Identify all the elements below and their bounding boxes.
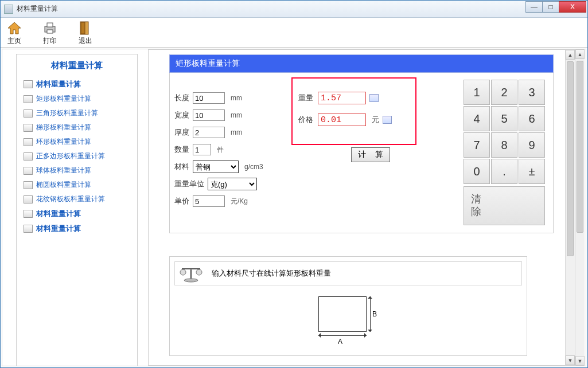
thickness-unit: mm — [231, 128, 242, 136]
svg-point-9 — [180, 269, 186, 275]
sidebar-item-7[interactable]: 椭圆板料重量计算 — [18, 178, 136, 192]
width-input[interactable] — [193, 109, 225, 121]
sidebar-item-5[interactable]: 正多边形板料重量计算 — [18, 149, 136, 163]
material-select[interactable]: 普钢 — [193, 160, 239, 173]
sidebar-item-4[interactable]: 环形板料重量计算 — [18, 135, 136, 149]
svg-rect-7 — [190, 269, 192, 279]
scroll-down-icon[interactable]: ▼ — [575, 356, 585, 366]
weight-unit-label: 重量单位 — [174, 179, 208, 189]
toolbar-exit[interactable]: 退出 — [77, 20, 94, 46]
price-result-label: 价格 — [298, 115, 318, 125]
keypad-3[interactable]: 3 — [519, 80, 545, 105]
keypad-6[interactable]: 6 — [519, 106, 545, 131]
keypad-5[interactable]: 5 — [491, 106, 517, 131]
sidebar-title: 材料重量计算 — [18, 58, 136, 77]
printer-icon — [42, 21, 58, 35]
material-label: 材料 — [174, 162, 193, 172]
copy-icon[interactable] — [383, 116, 392, 124]
svg-point-8 — [184, 279, 198, 282]
inner-scrollbar[interactable]: ▲ ▼ — [565, 50, 575, 365]
panel-title: 矩形板料重量计算 — [169, 54, 554, 73]
input-column: 长度mm 宽度mm 厚度mm 数量件 材料普钢g/cm3 重量单位克(g) 单价… — [174, 77, 289, 227]
doc-icon — [24, 109, 33, 118]
doc-icon — [24, 138, 33, 146]
unit-price-unit: 元/Kg — [231, 197, 248, 206]
weight-result-label: 重量 — [298, 93, 318, 103]
keypad-7[interactable]: 7 — [464, 132, 490, 158]
keypad-2[interactable]: 2 — [491, 80, 517, 105]
main-content-frame: 矩形板料重量计算 长度mm 宽度mm 厚度mm 数量件 材料普钢g/cm3 重量… — [148, 49, 575, 366]
doc-icon — [24, 195, 33, 203]
toolbar: 主页 打印 退出 — [1, 18, 587, 48]
doc-icon — [24, 80, 33, 88]
sidebar-item-2[interactable]: 三角形板料重量计算 — [18, 106, 136, 120]
weight-result-output: 1.57 — [318, 92, 366, 104]
hint-panel: 输入材料尺寸在线计算矩形板料重量 A B — [169, 256, 527, 356]
doc-icon — [24, 124, 33, 132]
qty-input[interactable] — [193, 144, 211, 155]
thickness-input[interactable] — [193, 127, 225, 138]
keypad-clear[interactable]: 清 除 — [464, 186, 545, 225]
keypad-dot[interactable]: . — [491, 159, 517, 184]
length-label: 长度 — [174, 93, 193, 103]
keypad-4[interactable]: 4 — [464, 106, 490, 131]
scroll-up-icon[interactable]: ▲ — [566, 50, 575, 60]
price-result-output: 0.01 — [318, 113, 366, 126]
result-box: 重量 1.57 价格 0.01 元 — [291, 77, 416, 145]
svg-rect-5 — [81, 22, 85, 34]
svg-marker-0 — [8, 22, 21, 34]
maximize-button[interactable]: □ — [542, 1, 559, 13]
sidebar: 材料重量计算 材料重量计算 矩形板料重量计算 三角形板料重量计算 梯形板料重量计… — [16, 54, 138, 366]
doc-icon — [24, 95, 33, 103]
window-title: 材料重量计算 — [17, 4, 58, 14]
home-icon — [6, 21, 22, 35]
calculate-button[interactable]: 计 算 — [351, 147, 390, 162]
doc-icon — [24, 152, 33, 160]
scroll-down-icon[interactable]: ▼ — [566, 355, 575, 365]
minimize-button[interactable]: — — [525, 1, 543, 13]
qty-label: 数量 — [174, 144, 193, 155]
sidebar-item-10[interactable]: 材料重量计算 — [18, 221, 136, 236]
exit-icon — [77, 21, 94, 35]
weight-unit-select[interactable]: 克(g) — [208, 178, 257, 190]
app-window: 材料重量计算 — □ X 主页 打印 退出 材料 — [0, 0, 588, 368]
doc-icon — [24, 167, 33, 175]
copy-icon[interactable] — [369, 94, 379, 102]
length-input[interactable] — [193, 92, 225, 104]
shape-diagram: A B — [312, 292, 384, 347]
keypad-0[interactable]: 0 — [464, 159, 490, 184]
content-area: 材料重量计算 材料重量计算 矩形板料重量计算 三角形板料重量计算 梯形板料重量计… — [2, 49, 586, 366]
sidebar-item-6[interactable]: 球体板料重量计算 — [18, 163, 136, 178]
unit-price-label: 单价 — [174, 196, 193, 206]
app-icon — [4, 5, 13, 14]
scroll-thumb[interactable] — [577, 61, 583, 233]
svg-rect-3 — [47, 30, 53, 33]
width-label: 宽度 — [174, 110, 193, 120]
thickness-label: 厚度 — [174, 127, 193, 138]
keypad: 1 2 3 4 5 6 7 8 9 0 . ± — [464, 77, 548, 227]
qty-unit: 件 — [217, 145, 224, 155]
material-unit: g/cm3 — [244, 163, 263, 171]
toolbar-home[interactable]: 主页 — [6, 20, 22, 46]
svg-rect-2 — [47, 23, 53, 27]
keypad-1[interactable]: 1 — [464, 80, 490, 105]
main-panel: 矩形板料重量计算 长度mm 宽度mm 厚度mm 数量件 材料普钢g/cm3 重量… — [169, 54, 554, 356]
sidebar-item-0[interactable]: 材料重量计算 — [18, 77, 136, 92]
sidebar-item-3[interactable]: 梯形板料重量计算 — [18, 120, 136, 135]
sidebar-item-8[interactable]: 花纹钢板板料重量计算 — [18, 192, 136, 206]
doc-icon — [24, 225, 33, 233]
keypad-9[interactable]: 9 — [519, 132, 545, 158]
keypad-plusminus[interactable]: ± — [519, 159, 545, 184]
scroll-thumb[interactable] — [567, 61, 574, 256]
keypad-8[interactable]: 8 — [491, 132, 517, 158]
outer-scrollbar[interactable]: ▲ ▼ — [575, 49, 585, 366]
toolbar-print[interactable]: 打印 — [42, 20, 58, 46]
unit-price-input[interactable] — [193, 195, 225, 207]
svg-point-10 — [196, 269, 202, 275]
sidebar-item-1[interactable]: 矩形板料重量计算 — [18, 92, 136, 106]
scale-icon — [178, 264, 204, 283]
close-button[interactable]: X — [559, 1, 586, 13]
sidebar-item-9[interactable]: 材料重量计算 — [18, 206, 136, 221]
hint-text: 输入材料尺寸在线计算矩形板料重量 — [212, 268, 331, 279]
scroll-up-icon[interactable]: ▲ — [575, 49, 585, 59]
